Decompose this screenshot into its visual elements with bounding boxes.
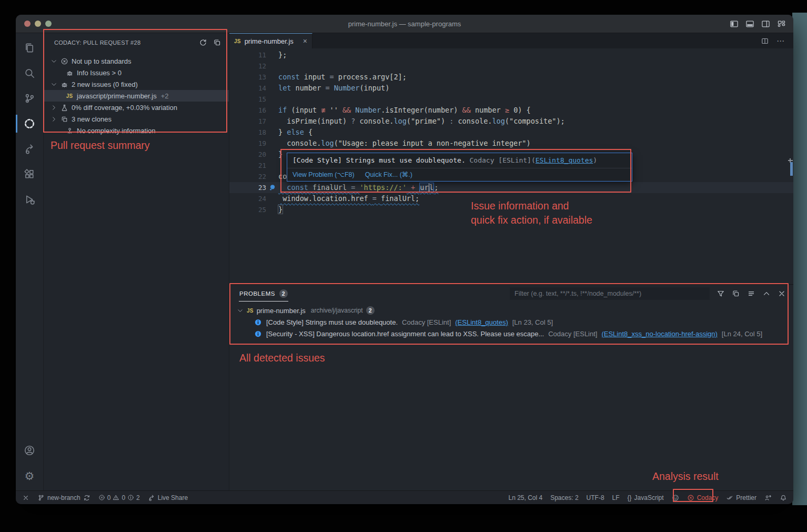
refresh-icon[interactable] (199, 38, 207, 47)
open-editor-icon[interactable] (732, 289, 740, 298)
code-line-25[interactable]: 25} (229, 204, 793, 215)
glyph-margin (266, 116, 278, 127)
code-token: number (296, 84, 326, 92)
activity-item-run-and-debug[interactable] (16, 187, 43, 212)
tab-problems[interactable]: PROBLEMS 2 (239, 285, 288, 302)
activity-item-source-control[interactable] (16, 86, 43, 111)
tree-item[interactable]: 0% diff coverage, +0.03% variation (44, 102, 229, 113)
file-problems-badge: 2 (366, 306, 375, 315)
js-icon: JS (65, 93, 74, 99)
code-token: } (278, 150, 283, 158)
glyph-margin (266, 171, 278, 182)
live-share-button[interactable]: Live Share (148, 494, 188, 501)
feedback[interactable] (764, 494, 772, 501)
problem-location: [Ln 24, Col 5] (722, 330, 762, 338)
toggle-panel-icon[interactable] (745, 19, 754, 28)
tree-item[interactable]: JSjavascript/prime-number.js+2 (44, 90, 229, 102)
prettier-status[interactable]: Prettier (726, 494, 756, 501)
code-editor[interactable]: 11};1213const input = process.argv[2];14… (229, 48, 793, 284)
tree-item[interactable]: 2 new issues (0 fixed) (44, 78, 229, 90)
cursor-position[interactable]: Ln 25, Col 4 (508, 494, 542, 501)
tab-prime-number-js[interactable]: JS prime-number.js × (229, 33, 312, 48)
overview-ruler[interactable] (787, 48, 793, 284)
code-line-24[interactable]: 24 window.location.href = finalUrl; (229, 193, 793, 204)
code-token: l (429, 183, 434, 192)
code-line-15[interactable]: 15 (229, 94, 793, 105)
toggle-primary-sidebar-icon[interactable] (730, 19, 739, 28)
issue-message: [Code Style] Strings must use doublequot… (292, 156, 470, 164)
problem-item[interactable]: [Code Style] Strings must use doublequot… (229, 316, 793, 328)
split-editor-icon[interactable] (761, 37, 769, 45)
activity-item-live-share[interactable] (16, 136, 43, 162)
glyph-margin (266, 94, 278, 105)
activity-item-accounts[interactable] (16, 438, 43, 463)
code-line-14[interactable]: 14let number = Number(input) (229, 83, 793, 94)
branch-name: new-branch (47, 494, 80, 501)
problem-item[interactable]: [Security - XSS] Dangerous location.href… (229, 328, 793, 339)
problem-source: Codacy [ESLint] (548, 330, 597, 338)
pull-request-tree: Not up to standardsInfo Issues > 02 new … (44, 52, 229, 136)
notifications[interactable] (780, 494, 787, 501)
more-actions-icon[interactable]: ⋯ (776, 36, 785, 46)
customize-layout-icon[interactable] (777, 19, 786, 28)
activity-item-extensions[interactable] (16, 162, 43, 187)
quick-fix-link[interactable]: Quick Fix... (⌘.) (365, 170, 412, 178)
problems-file-row[interactable]: JS prime-number.js archive/j/javascript … (229, 305, 793, 316)
line-number: 18 (229, 127, 266, 138)
code-line-11[interactable]: 11}; (229, 49, 793, 61)
minimize-window-button[interactable] (35, 21, 41, 27)
problem-rule-link[interactable]: (ESLint8_xss_no-location-href-assign) (601, 330, 717, 338)
chevron-right-icon[interactable] (49, 104, 58, 111)
activity-item-codacy[interactable] (16, 111, 43, 136)
code-token: isPrime(input) (278, 117, 351, 125)
view-problem-link[interactable]: View Problem (⌥F8) (292, 170, 355, 178)
issue-rule-link[interactable]: ESLint8_quotes (536, 156, 593, 164)
maximize-panel-icon[interactable] (762, 289, 771, 298)
filter-icon[interactable] (717, 289, 725, 298)
eol-sequence[interactable]: LF (612, 494, 620, 501)
activity-item-search[interactable] (16, 61, 43, 86)
tree-item[interactable]: No complexity information (44, 125, 229, 136)
collapse-all-icon[interactable] (213, 38, 221, 47)
tree-item[interactable]: Info Issues > 0 (44, 67, 229, 78)
close-panel-icon[interactable] (778, 289, 786, 298)
encoding[interactable]: UTF-8 (587, 494, 604, 501)
remote-indicator[interactable] (22, 494, 29, 501)
activity-item-settings[interactable]: ⚙ (16, 463, 43, 488)
tree-item[interactable]: Not up to standards (44, 55, 229, 67)
view-as-list-icon[interactable] (747, 289, 755, 298)
code-line-16[interactable]: 16if (input ≢ '' && Number.isInteger(num… (229, 105, 793, 116)
code-line-18[interactable]: 18} else { (229, 127, 793, 138)
activity-item-explorer[interactable] (16, 35, 43, 61)
code-line-23[interactable]: 23 const finalUrl = 'https://:' + url; (229, 182, 793, 193)
code-line-13[interactable]: 13const input = process.argv[2]; (229, 72, 793, 83)
chevron-down-icon[interactable] (49, 81, 58, 88)
problems-summary[interactable]: 0 0 2 (98, 494, 140, 501)
codacy-status[interactable]: Codacy (687, 494, 719, 501)
language-mode[interactable]: {} JavaScript (628, 494, 664, 501)
tweet-feedback[interactable] (672, 494, 679, 501)
zoom-window-button[interactable] (45, 21, 52, 27)
code-line-19[interactable]: 19 console.log("Usage: please input a no… (229, 138, 793, 149)
chevron-right-icon[interactable] (49, 116, 58, 123)
chevron-down-icon[interactable] (237, 307, 244, 314)
code-token: const (287, 183, 312, 192)
close-tab-icon[interactable]: × (303, 37, 307, 45)
code-token: "composite" (509, 117, 556, 125)
code-line-17[interactable]: 17 isPrime(input) ? console.log("prime")… (229, 116, 793, 127)
branch-item[interactable]: new-branch (37, 494, 90, 501)
problems-filter-input[interactable] (510, 287, 710, 300)
toggle-secondary-sidebar-icon[interactable] (761, 19, 770, 28)
code-line-12[interactable]: 12 (229, 61, 793, 72)
problem-rule-link[interactable]: (ESLint8_quotes) (455, 318, 508, 326)
chevron-down-icon[interactable] (49, 58, 58, 65)
tree-item[interactable]: 3 new clones (44, 113, 229, 125)
indentation[interactable]: Spaces: 2 (550, 494, 578, 501)
code-token: Number (355, 106, 381, 114)
code-token: ? (351, 117, 359, 125)
tab-label: prime-number.js (245, 37, 294, 45)
close-window-button[interactable] (24, 21, 31, 27)
tree-item-label: No complexity information (77, 127, 156, 135)
line-number: 12 (229, 61, 266, 72)
problem-source: Codacy [ESLint] (402, 318, 451, 326)
